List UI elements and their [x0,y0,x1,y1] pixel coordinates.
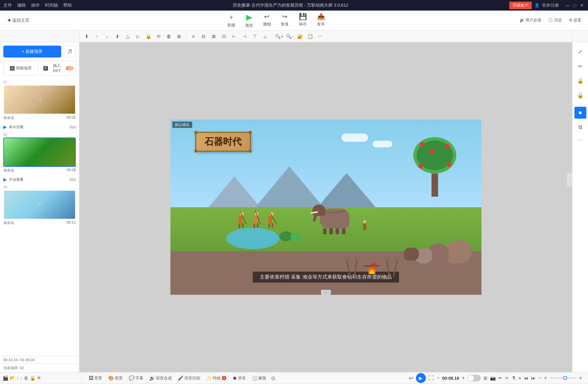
cloud-1 [341,134,368,142]
publish-button[interactable]: 📤 发布 [317,13,325,28]
upgrade-button[interactable]: 升级账户 [509,2,532,9]
bg-btn[interactable]: 🖼背景 [86,374,105,382]
mask-btn[interactable]: ⬜蒙版 [249,374,269,382]
prev-frame-btn[interactable]: ⏮ [524,375,528,381]
asr-btn[interactable]: 🎤语音识别 [175,374,203,382]
scene-item-02[interactable]: 02 🌿 未命名 00:08 [0,131,79,175]
rewind-btn[interactable]: ↩ [409,375,413,381]
tl-lock[interactable]: 🔒 [30,375,35,381]
delete-button[interactable]: 🗑 [164,32,173,41]
titlebar-actions: 升级账户 👤 登录/注册 — □ ✕ [509,2,585,9]
plus-time-btn[interactable]: + [462,375,465,381]
back-home-button[interactable]: ◀ 返回主页 [7,18,33,23]
flip-button[interactable]: ⟲ [154,32,163,41]
new-button[interactable]: ＋ 新建 [227,13,235,28]
more-right-btn[interactable]: ⋯ [577,136,583,143]
smart-scene-tab[interactable]: 🅰 智能场景 [3,61,38,76]
align-down-button[interactable]: ↓ [103,32,112,41]
preview-button[interactable]: ▶ 预览 [245,13,253,28]
more-btn[interactable]: ⋯ [316,32,325,41]
new-scene-button[interactable]: + 新建场景 [3,46,61,58]
transition-01[interactable]: ▶ 幕布层叠 2(s) [0,123,79,131]
settings-button[interactable]: ⚙ 设置 [569,18,581,23]
tl-move-down[interactable]: ↓ [20,375,23,381]
expand-tl-btn[interactable]: ⛶ [429,375,434,381]
align-up-button[interactable]: ↑ [92,32,102,41]
align-bottom-button[interactable]: ⬇ [113,32,122,41]
lock-right-btn[interactable]: 🔒 [574,75,586,87]
filter-btn[interactable]: ⚗ [512,375,516,381]
next-frame-btn[interactable]: ⏭ [531,375,536,381]
play-btn[interactable]: ▶ [416,373,426,383]
menu-operate[interactable]: 操作 [31,2,40,8]
zoom-in-btn[interactable]: 🔍+ [275,32,284,41]
minimize-button[interactable]: — [565,3,570,8]
fg-btn[interactable]: 🎨前景 [106,374,125,382]
redo-button[interactable]: ↪ 恢复 [281,13,289,28]
tts-btn[interactable]: 🔊语音合成 [147,374,174,382]
asr-icon: 🎤 [178,375,183,381]
copy-right-btn[interactable]: ⧉ [574,121,586,133]
align-left-edge[interactable]: ≡ [189,32,198,41]
zoom-thumb[interactable] [563,376,567,380]
snapshot-btn[interactable]: 📷 [490,375,496,381]
effects-btn[interactable]: ✨ 特效 3 [204,374,229,382]
color-btn[interactable]: ■ [574,107,586,119]
align-middle-v[interactable]: ⊤ [250,32,259,41]
subtitle-btn[interactable]: 💬字幕 [126,374,146,382]
align-top-edge[interactable]: ⊣ [240,32,249,41]
tl-move-up[interactable]: ↑ [17,375,19,381]
lock2-right-btn[interactable]: 🔓 [574,89,586,101]
lock-button[interactable]: 🔒 [144,32,153,41]
undo-button[interactable]: ↩ 撤销 [263,13,271,28]
transition-02[interactable]: ▶ 半场重叠 2(s) [0,175,79,183]
align-top-button[interactable]: ⬆ [82,32,91,41]
align-right-edge[interactable]: ⊠ [209,32,218,41]
tl-scene-icon[interactable]: 🎬 [3,375,8,381]
menu-timeline[interactable]: 时间轴 [45,2,58,8]
trim-btn[interactable]: ✂ [505,375,509,381]
align-r-button[interactable]: ▷ [133,32,143,41]
menu-edit[interactable]: 编辑 [17,2,26,8]
maximize-button[interactable]: □ [572,3,577,8]
lock2-btn[interactable]: 🔐 [295,32,304,41]
align-bottom-edge[interactable]: ⊥ [260,32,270,41]
record-btn[interactable]: ⏺录音 [230,374,249,382]
history-button[interactable]: 🕐 历史 [548,18,562,23]
menu-file[interactable]: 文件 [3,2,12,8]
edit-btn[interactable]: ✏ [498,375,502,381]
crop-btn[interactable]: ✂ [574,60,586,72]
close-button[interactable]: ✕ [579,3,585,8]
menu-help[interactable]: 帮助 [63,2,72,8]
login-button[interactable]: 登录/注册 [542,3,559,8]
distribute-v[interactable]: ⊢ [230,32,239,41]
zoom-out-btn[interactable]: 🔍- [285,32,294,41]
music-button[interactable]: 🎵 [64,46,76,58]
zoom-out-tl[interactable]: − [538,375,541,381]
expand-icon[interactable]: ⊙ [271,375,275,381]
fit-btn[interactable]: ⊞ [483,375,487,381]
more-tl-btn[interactable]: ≡ [519,375,521,381]
group-button[interactable]: ⊞ [174,32,184,41]
fullscreen-btn[interactable]: ⤢ [574,46,586,58]
minus-time-btn[interactable]: − [436,375,439,381]
zoom-slider[interactable] [550,377,576,379]
tl-delete[interactable]: 🗑 [24,375,28,381]
align-center-h[interactable]: ⊟ [199,32,208,41]
zoom-in-tl[interactable]: + [544,375,547,381]
insert-ppt-tab[interactable]: 🅿 插入PPT VIP [41,61,76,76]
canvas-expand-btn[interactable]: ∨ [321,290,331,295]
save-button[interactable]: 💾 保存 [299,13,307,28]
align-v-button[interactable]: △ [123,32,132,41]
tl-add-btn[interactable]: 📂 [10,375,15,381]
scene-item-03[interactable]: 03 📖 未命名 00:11 [0,183,79,228]
copy-btn[interactable]: 📋 [305,32,315,41]
feedback-button[interactable]: 🔊 用户反馈 [520,18,541,23]
panel-expand-tab[interactable]: 〈 [567,173,572,186]
scene-item-01[interactable]: 01 📜 未命名 00:05 [0,78,79,123]
add-tl-btn[interactable]: + [579,375,582,381]
distribute-h[interactable]: ⊡ [219,32,229,41]
loop-toggle[interactable] [468,375,481,381]
canvas-content[interactable]: 石器时代 主要依靠狩猎 采集 渔业等方式来获取食物和生存所需的物品 [170,120,481,295]
tl-eye[interactable]: 👁 [37,375,41,381]
